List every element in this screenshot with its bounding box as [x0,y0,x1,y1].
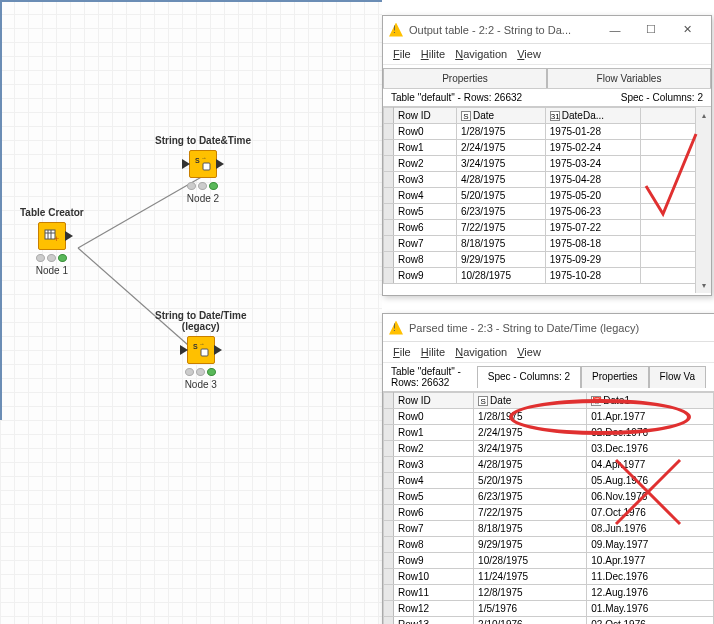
cell[interactable]: 1975-01-28 [545,124,640,140]
menu-view[interactable]: View [517,48,541,60]
scroll-up-icon[interactable]: ▴ [696,107,711,123]
cell[interactable]: 2/10/1976 [474,617,587,624]
table-container[interactable]: Row ID SDate 📅Date1 Row01/28/197501.Apr.… [383,392,714,624]
menu-hilite[interactable]: Hilite [421,346,445,358]
table-row[interactable]: Row910/28/19751975-10-28 [384,268,711,284]
table-row[interactable]: Row45/20/19751975-05-20 [384,188,711,204]
table-row[interactable]: Row23/24/19751975-03-24 [384,156,711,172]
menu-file[interactable]: File [393,346,411,358]
titlebar[interactable]: Parsed time - 2:3 - String to Date/Time … [383,314,714,342]
row-handle[interactable] [384,553,394,569]
row-handle[interactable] [384,220,394,236]
cell[interactable]: Row6 [394,220,457,236]
cell[interactable]: 2/24/1975 [474,425,587,441]
menubar[interactable]: File Hilite Navigation View [383,342,714,363]
cell[interactable]: 9/29/1975 [474,537,587,553]
cell[interactable]: Row9 [394,268,457,284]
cell[interactable]: 1/5/1976 [474,601,587,617]
cell[interactable]: 6/23/1975 [456,204,545,220]
table-row[interactable]: Row67/22/197507.Oct.1976 [384,505,714,521]
table-row[interactable]: Row45/20/197505.Aug.1976 [384,473,714,489]
tab-properties[interactable]: Properties [383,68,547,88]
row-handle[interactable] [384,236,394,252]
cell[interactable]: Row13 [394,617,474,624]
cell[interactable]: Row8 [394,252,457,268]
window-output-table[interactable]: Output table - 2:2 - String to Da... — ☐… [382,15,712,296]
cell[interactable]: Row6 [394,505,474,521]
cell[interactable]: Row2 [394,441,474,457]
cell[interactable]: 3/24/1975 [456,156,545,172]
cell[interactable]: 02.Dec.1976 [587,425,714,441]
menubar[interactable]: File Hilite Navigation View [383,44,711,65]
table-row[interactable]: Row34/28/19751975-04-28 [384,172,711,188]
tab-flow-variables[interactable]: Flow Variables [547,68,711,88]
maximize-button[interactable]: ☐ [633,19,669,41]
cell[interactable]: 1975-07-22 [545,220,640,236]
cell[interactable]: Row11 [394,585,474,601]
row-handle[interactable] [384,441,394,457]
in-port[interactable] [182,159,190,169]
cell[interactable]: Row0 [394,124,457,140]
table-row[interactable]: Row121/5/197601.May.1976 [384,601,714,617]
table-row[interactable]: Row89/29/197509.May.1977 [384,537,714,553]
cell[interactable]: Row0 [394,409,474,425]
cell[interactable]: Row5 [394,204,457,220]
row-handle[interactable] [384,489,394,505]
menu-file[interactable]: File [393,48,411,60]
cell[interactable]: Row7 [394,236,457,252]
node-table-creator[interactable]: Table Creator + Node 1 [20,207,84,276]
col-date1[interactable]: 📅Date1 [587,393,714,409]
cell[interactable]: 10/28/1975 [456,268,545,284]
cell[interactable]: 1975-06-23 [545,204,640,220]
row-handle[interactable] [384,521,394,537]
table-row[interactable]: Row12/24/197502.Dec.1976 [384,425,714,441]
row-handle[interactable] [384,569,394,585]
table-row[interactable]: Row56/23/197506.Nov.1976 [384,489,714,505]
window-parsed-time[interactable]: Parsed time - 2:3 - String to Date/Time … [382,313,714,624]
row-handle[interactable] [384,172,394,188]
row-handle[interactable] [384,457,394,473]
cell[interactable]: Row3 [394,457,474,473]
cell[interactable]: Row10 [394,569,474,585]
out-port[interactable] [65,231,73,241]
cell[interactable]: Row8 [394,537,474,553]
cell[interactable]: 9/29/1975 [456,252,545,268]
row-handle[interactable] [384,156,394,172]
cell[interactable]: 12/8/1975 [474,585,587,601]
data-table[interactable]: Row ID SDate 31DateDa... Row01/28/197519… [383,107,711,284]
titlebar[interactable]: Output table - 2:2 - String to Da... — ☐… [383,16,711,44]
table-row[interactable]: Row12/24/19751975-02-24 [384,140,711,156]
cell[interactable]: 5/20/1975 [456,188,545,204]
cell[interactable]: 09.May.1977 [587,537,714,553]
row-handle[interactable] [384,204,394,220]
table-row[interactable]: Row67/22/19751975-07-22 [384,220,711,236]
cell[interactable]: Row7 [394,521,474,537]
tab-spec[interactable]: Spec - Columns: 2 [477,366,581,388]
row-handle[interactable] [384,585,394,601]
cell[interactable]: 1975-03-24 [545,156,640,172]
table-row[interactable]: Row56/23/19751975-06-23 [384,204,711,220]
row-handle[interactable] [384,505,394,521]
cell[interactable]: 1975-05-20 [545,188,640,204]
table-row[interactable]: Row01/28/19751975-01-28 [384,124,711,140]
cell[interactable]: 1975-04-28 [545,172,640,188]
table-row[interactable]: Row89/29/19751975-09-29 [384,252,711,268]
tab-flow[interactable]: Flow Va [649,366,706,388]
cell[interactable]: 01.Apr.1977 [587,409,714,425]
col-rowid[interactable]: Row ID [394,393,474,409]
table-row[interactable]: Row34/28/197504.Apr.1977 [384,457,714,473]
node-string-to-datetime[interactable]: String to Date&Time S→ Node 2 [155,135,251,204]
menu-hilite[interactable]: Hilite [421,48,445,60]
close-button[interactable]: ✕ [669,19,705,41]
cell[interactable]: Row9 [394,553,474,569]
cell[interactable]: 04.Apr.1977 [587,457,714,473]
cell[interactable]: 07.Oct.1976 [587,505,714,521]
table-row[interactable]: Row1011/24/197511.Dec.1976 [384,569,714,585]
vertical-scrollbar[interactable]: ▴ ▾ [695,107,711,293]
cell[interactable]: Row3 [394,172,457,188]
row-handle[interactable] [384,268,394,284]
table-row[interactable]: Row78/18/19751975-08-18 [384,236,711,252]
col-rowid[interactable]: Row ID [394,108,457,124]
out-port[interactable] [214,345,222,355]
cell[interactable]: 6/23/1975 [474,489,587,505]
